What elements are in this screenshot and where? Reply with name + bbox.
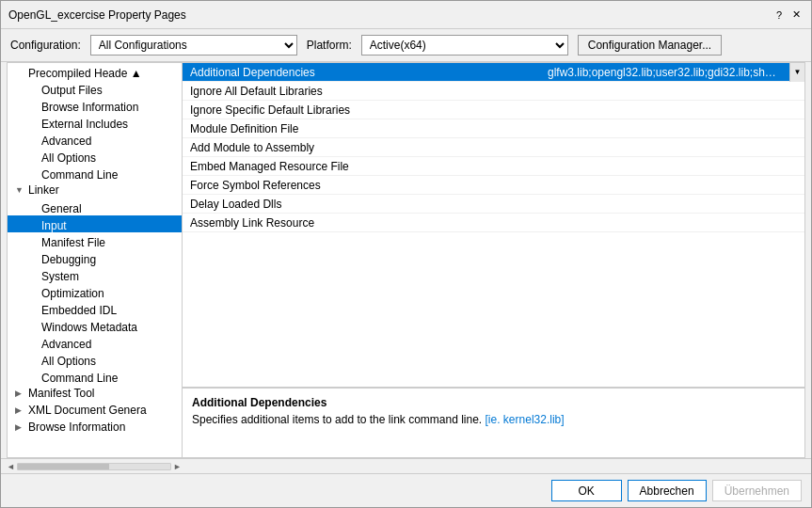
sidebar-item-advanced-top[interactable]: Advanced xyxy=(8,131,182,148)
sidebar-item-all-options-linker[interactable]: All Options xyxy=(8,351,182,368)
dialog-title: OpenGL_excercise Property Pages xyxy=(8,8,186,22)
sidebar-item-input[interactable]: Input xyxy=(8,215,182,232)
prop-name-embed-managed: Embed Managed Resource File xyxy=(183,160,540,173)
prop-name-additional-deps: Additional Dependencies xyxy=(183,66,540,79)
sidebar-item-embedded-idl[interactable]: Embedded IDL xyxy=(8,300,182,317)
sidebar-item-precompiled[interactable]: Precompiled Heade ▲ xyxy=(8,63,182,80)
prop-row-delay-loaded[interactable]: Delay Loaded Dlls xyxy=(183,195,804,214)
sidebar-item-external-includes[interactable]: External Includes xyxy=(8,114,182,131)
ok-button[interactable]: OK xyxy=(551,480,622,501)
prop-name-assembly-link: Assembly Link Resource xyxy=(183,216,540,230)
prop-row-assembly-link[interactable]: Assembly Link Resource xyxy=(183,214,804,232)
sidebar-item-general[interactable]: General xyxy=(8,198,182,215)
sidebar-item-optimization[interactable]: Optimization xyxy=(8,283,182,300)
sidebar-item-windows-metadata[interactable]: Windows Metadata xyxy=(8,317,182,334)
config-manager-button[interactable]: Configuration Manager... xyxy=(578,35,722,56)
sidebar-section-linker[interactable]: ▼ Linker xyxy=(8,182,182,198)
sidebar: Precompiled Heade ▲Output FilesBrowse In… xyxy=(8,63,183,457)
prop-name-delay-loaded: Delay Loaded Dlls xyxy=(183,198,540,211)
property-pages-dialog: OpenGL_excercise Property Pages ? ✕ Conf… xyxy=(0,0,812,508)
prop-row-add-module[interactable]: Add Module to Assembly xyxy=(183,138,804,157)
title-bar: OpenGL_excercise Property Pages ? ✕ xyxy=(1,1,811,29)
sidebar-item-output-files[interactable]: Output Files xyxy=(8,80,182,97)
close-button[interactable]: ✕ xyxy=(788,8,804,23)
prop-name-add-module: Add Module to Assembly xyxy=(183,141,540,154)
expand-icon: ▶ xyxy=(15,419,26,436)
platform-select[interactable]: Active(x64) xyxy=(361,35,568,56)
main-content: Precompiled Heade ▲Output FilesBrowse In… xyxy=(7,62,805,458)
bottom-bar: OK Abbrechen Übernehmen xyxy=(1,473,811,507)
description-panel: Additional Dependencies Specifies additi… xyxy=(183,387,804,457)
sidebar-item-command-line-linker[interactable]: Command Line xyxy=(8,368,182,385)
description-body: Specifies additional items to add to the… xyxy=(192,413,486,426)
expand-icon: ▶ xyxy=(15,385,26,402)
config-row: Configuration: All Configurations Platfo… xyxy=(1,29,811,62)
expand-icon: ▼ xyxy=(15,182,26,198)
configuration-select[interactable]: All Configurations xyxy=(90,35,297,56)
sidebar-section-xml-doc[interactable]: ▶ XML Document Genera xyxy=(8,402,182,419)
right-panel: Additional Dependenciesglfw3.lib;opengl3… xyxy=(183,63,804,457)
sidebar-item-command-line-top[interactable]: Command Line xyxy=(8,165,182,182)
prop-row-module-def[interactable]: Module Definition File xyxy=(183,119,804,138)
description-title: Additional Dependencies xyxy=(192,396,795,409)
scroll-right-icon[interactable]: ► xyxy=(173,462,182,471)
prop-name-module-def: Module Definition File xyxy=(183,122,540,135)
prop-name-ignore-specific: Ignore Specific Default Libraries xyxy=(183,103,540,117)
platform-label: Platform: xyxy=(307,39,352,52)
prop-dropdown-additional-deps[interactable]: ▼ xyxy=(789,63,804,82)
cancel-button[interactable]: Abbrechen xyxy=(628,480,707,501)
prop-name-ignore-default: Ignore All Default Libraries xyxy=(183,85,540,98)
properties-list: Additional Dependenciesglfw3.lib;opengl3… xyxy=(183,63,804,387)
apply-button[interactable]: Übernehmen xyxy=(712,480,802,501)
sidebar-item-all-options-top[interactable]: All Options xyxy=(8,148,182,165)
title-bar-buttons: ? ✕ xyxy=(772,8,804,23)
prop-row-ignore-specific[interactable]: Ignore Specific Default Libraries xyxy=(183,101,804,119)
config-label: Configuration: xyxy=(10,39,81,52)
prop-row-force-symbol[interactable]: Force Symbol References xyxy=(183,176,804,195)
prop-name-force-symbol: Force Symbol References xyxy=(183,179,540,192)
scroll-left-icon[interactable]: ◄ xyxy=(7,462,15,471)
sidebar-item-manifest-file[interactable]: Manifest File xyxy=(8,232,182,249)
prop-row-ignore-default[interactable]: Ignore All Default Libraries xyxy=(183,82,804,101)
expand-icon: ▶ xyxy=(15,402,26,419)
sidebar-item-system[interactable]: System xyxy=(8,266,182,283)
sidebar-section-browse-info[interactable]: ▶ Browse Information xyxy=(8,419,182,436)
sidebar-section-manifest-tool[interactable]: ▶ Manifest Tool xyxy=(8,385,182,402)
help-button[interactable]: ? xyxy=(772,8,787,23)
description-link: [ie. kernel32.lib] xyxy=(486,413,565,426)
prop-value-additional-deps: glfw3.lib;opengl32.lib;user32.lib;gdi32.… xyxy=(540,66,789,79)
sidebar-item-advanced-linker[interactable]: Advanced xyxy=(8,334,182,351)
sidebar-item-browse-info-top[interactable]: Browse Information xyxy=(8,97,182,114)
description-text: Specifies additional items to add to the… xyxy=(192,413,795,426)
prop-row-embed-managed[interactable]: Embed Managed Resource File xyxy=(183,157,804,176)
sidebar-item-debugging[interactable]: Debugging xyxy=(8,249,182,266)
prop-row-additional-deps[interactable]: Additional Dependenciesglfw3.lib;opengl3… xyxy=(183,63,804,82)
